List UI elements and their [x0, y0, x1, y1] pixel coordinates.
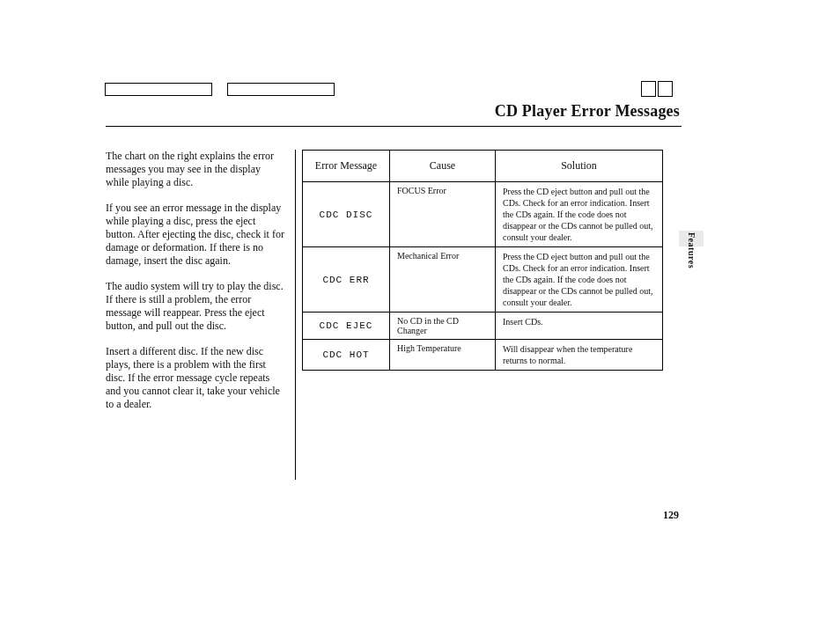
error-message-cell: CDC ERR [303, 247, 390, 312]
placeholder-box [641, 81, 656, 97]
paragraph: The chart on the right explains the erro… [106, 150, 286, 189]
solution-cell: Will disappear when the temperature retu… [496, 340, 663, 371]
table-row: CDC DISC FOCUS Error Press the CD eject … [303, 182, 663, 247]
paragraph: If you see an error message in the displ… [106, 202, 286, 268]
title-rule [106, 126, 682, 127]
cause-cell: FOCUS Error [390, 182, 496, 247]
column-separator [295, 150, 296, 480]
cause-cell: High Temperature [390, 340, 496, 371]
paragraph: The audio system will try to play the di… [106, 280, 286, 333]
error-message-cell: CDC HOT [303, 340, 390, 371]
solution-cell: Press the CD eject button and pull out t… [496, 182, 663, 247]
page-title: CD Player Error Messages [495, 102, 680, 121]
table-header-cause: Cause [390, 151, 496, 182]
table-row: CDC HOT High Temperature Will disappear … [303, 340, 663, 371]
table-header-error: Error Message [303, 151, 390, 182]
error-messages-table: Error Message Cause Solution CDC DISC FO… [302, 150, 663, 371]
table-row: CDC ERR Mechanical Error Press the CD ej… [303, 247, 663, 312]
solution-cell: Press the CD eject button and pull out t… [496, 247, 663, 312]
page-number: 129 [663, 509, 679, 522]
paragraph: Insert a different disc. If the new disc… [106, 345, 286, 411]
table-row: CDC EJEC No CD in the CD Changer Insert … [303, 312, 663, 340]
cause-cell: No CD in the CD Changer [390, 312, 496, 340]
table-header-solution: Solution [496, 151, 663, 182]
error-message-cell: CDC EJEC [303, 312, 390, 340]
placeholder-box [227, 83, 335, 96]
cause-cell: Mechanical Error [390, 247, 496, 312]
error-message-cell: CDC DISC [303, 182, 390, 247]
body-text-column: The chart on the right explains the erro… [106, 150, 286, 423]
page: CD Player Error Messages The chart on th… [0, 0, 840, 625]
placeholder-box [105, 83, 212, 96]
section-tab: Features [687, 232, 696, 268]
placeholder-box [658, 81, 673, 97]
solution-cell: Insert CDs. [496, 312, 663, 340]
